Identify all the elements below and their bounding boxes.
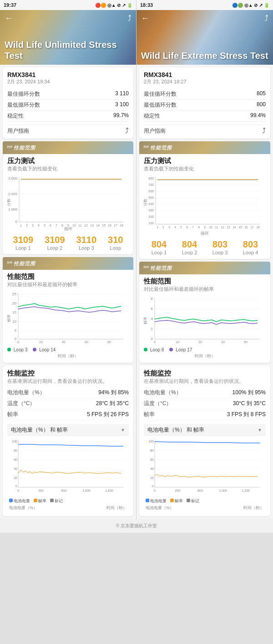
- svg-text:0: 0: [151, 337, 153, 341]
- svg-text:900: 900: [61, 489, 66, 492]
- svg-text:30: 30: [221, 340, 225, 344]
- left-stat-1-label: 最低循环分数: [7, 101, 40, 109]
- right-stress-x-label: 循环: [144, 231, 266, 237]
- left-bottom-chart: Wild Life Unlimited Stress Test 100 80 6…: [7, 438, 129, 511]
- svg-text:帧率: 帧率: [7, 314, 11, 322]
- left-stat-2: 稳定性 99.7%: [7, 111, 129, 122]
- svg-text:20: 20: [12, 301, 16, 305]
- left-bottom-legend-2: 标记: [50, 498, 63, 504]
- left-share-icon[interactable]: ⤴: [125, 127, 129, 135]
- svg-text:18: 18: [256, 226, 260, 229]
- right-dropdown[interactable]: 电池电量（%） 和 帧率 ▼: [144, 424, 266, 436]
- right-share-icon[interactable]: ⤴: [262, 127, 266, 135]
- share-icon-left[interactable]: ⤴: [127, 14, 131, 23]
- left-monitor-section: 性能监控 在基准测试运行期间，查看设备运行的状况。 电池电量（%） 94% 到 …: [3, 366, 133, 516]
- svg-text:6: 6: [151, 307, 153, 311]
- left-perf-legend: Loop 3 Loop 14: [7, 347, 129, 352]
- left-perf-sub: 对比最佳循环和最差循环的帧率: [7, 281, 129, 288]
- watermark-text: © 京东爱掘机工作室: [116, 523, 157, 528]
- time-left: 19:37: [4, 2, 16, 8]
- right-stress-banner: ᴴᴴ 性能范围: [139, 141, 270, 154]
- status-icons-right: 🔵🟢 ◎▲ ⊘ ↗ 🔋: [232, 3, 269, 8]
- left-stat-0: 最佳循环分数 3 110: [7, 89, 129, 100]
- left-monitor-title: 性能监控: [7, 369, 129, 378]
- right-panel: ← ⤴ Wild Life Extreme Stress Test RMX384…: [136, 10, 273, 519]
- left-bottom-x-label: 电池电量（%）: [9, 505, 37, 511]
- share-icon-right[interactable]: ⤴: [264, 14, 268, 23]
- left-dropdown-label: 电池电量（%） 和 帧率: [11, 426, 68, 434]
- svg-text:8: 8: [198, 226, 200, 229]
- svg-text:0: 0: [15, 484, 17, 488]
- right-bottom-y-label: 时间（秒）: [243, 505, 264, 511]
- svg-text:0: 0: [15, 337, 17, 341]
- svg-text:17: 17: [250, 226, 254, 229]
- svg-text:600: 600: [197, 489, 203, 492]
- svg-text:3,000: 3,000: [8, 176, 18, 180]
- left-monitor-0: 电池电量（%） 94% 到 85%: [7, 387, 129, 398]
- left-bottom-y-label: 时间（秒）: [106, 505, 127, 511]
- left-monitor-sub: 在基准测试运行期间，查看设备运行的状况。: [7, 378, 129, 385]
- left-monitor-0-label: 电池电量（%）: [7, 389, 45, 397]
- svg-text:11: 11: [215, 226, 218, 229]
- svg-text:0: 0: [152, 484, 154, 488]
- svg-text:4: 4: [151, 317, 153, 321]
- back-icon-left[interactable]: ←: [5, 14, 13, 23]
- svg-text:14: 14: [233, 226, 236, 229]
- left-stress-banner-text: ᴴᴴ 性能范围: [6, 144, 35, 151]
- right-perf-chart: 8 6 4 2 0 帧率: [144, 295, 266, 345]
- svg-text:2: 2: [151, 327, 153, 331]
- svg-text:3: 3: [32, 224, 34, 227]
- svg-text:0: 0: [17, 340, 19, 344]
- svg-text:300: 300: [38, 489, 44, 492]
- svg-text:800: 800: [148, 177, 154, 180]
- svg-text:12: 12: [221, 226, 224, 229]
- right-perf-banner-text: ᴴᴴ 性能范围: [143, 265, 172, 272]
- svg-text:2,000: 2,000: [8, 192, 18, 196]
- right-stat-1-label: 最低循环分数: [144, 101, 177, 109]
- left-loop-0: 3109 Loop 1: [13, 235, 34, 251]
- svg-text:20: 20: [198, 340, 202, 344]
- left-loop-0-val: 3109: [13, 235, 34, 245]
- left-dropdown[interactable]: 电池电量（%） 和 帧率 ▼: [7, 424, 129, 436]
- right-stat-1: 最低循环分数 800: [144, 100, 266, 111]
- right-bottom-x-label: 电池电量（%）: [146, 505, 174, 511]
- svg-text:60: 60: [14, 458, 17, 461]
- left-device-date: 2月 23, 2024 19:34: [7, 78, 129, 85]
- left-stress-title: 压力测试: [7, 157, 129, 165]
- left-legend-0: Loop 3: [7, 347, 27, 352]
- back-icon-right[interactable]: ←: [141, 14, 149, 23]
- svg-text:5: 5: [180, 226, 182, 229]
- left-card-footer: 用户指南 ⤴: [7, 124, 129, 135]
- right-stress-sub: 查看负载下的性能变化: [144, 165, 266, 172]
- svg-text:16: 16: [244, 226, 248, 229]
- right-bottom-legend-1: 帧率: [170, 498, 183, 504]
- svg-text:100: 100: [148, 222, 154, 225]
- right-monitor-2-label: 帧率: [144, 411, 155, 418]
- right-monitor-1: 温度（°C） 30°C 到 35°C: [144, 398, 266, 409]
- right-perf-banner: ᴴᴴ 性能范围: [139, 262, 270, 274]
- svg-text:20: 20: [150, 476, 154, 479]
- left-perf-banner: ᴴᴴ 性能范围: [3, 257, 133, 270]
- svg-text:2: 2: [26, 224, 28, 227]
- svg-text:5: 5: [15, 329, 17, 333]
- right-loop-1-val: 804: [182, 239, 197, 250]
- svg-text:18: 18: [120, 224, 123, 227]
- svg-text:分数: 分数: [7, 199, 11, 206]
- left-loop-0-lbl: Loop 1: [13, 245, 34, 251]
- right-hero: ← ⤴ Wild Life Extreme Stress Test: [136, 10, 273, 65]
- svg-text:1,500: 1,500: [82, 489, 91, 492]
- svg-text:60: 60: [85, 340, 88, 344]
- left-hero: ← ⤴ Wild Life Unlimited Stress Test: [0, 10, 136, 65]
- svg-text:3: 3: [168, 226, 170, 229]
- svg-text:13: 13: [227, 226, 230, 229]
- svg-text:9: 9: [204, 226, 206, 229]
- right-monitor-2-value: 3 FPS 到 8 FPS: [227, 411, 266, 418]
- left-bottom-legend-0: 电池电量: [9, 498, 30, 504]
- svg-text:11: 11: [78, 224, 82, 227]
- right-legend-0-label: Loop 8: [150, 347, 164, 352]
- right-bottom-legend-0: 电池电量: [146, 498, 167, 504]
- left-perf-x-label: 时间（秒）: [7, 353, 129, 359]
- right-monitor-1-label: 温度（°C）: [144, 400, 172, 407]
- left-legend-1: Loop 14: [33, 347, 56, 352]
- right-monitor-sub: 在基准测试运行期间，查看设备运行的状况。: [144, 378, 266, 385]
